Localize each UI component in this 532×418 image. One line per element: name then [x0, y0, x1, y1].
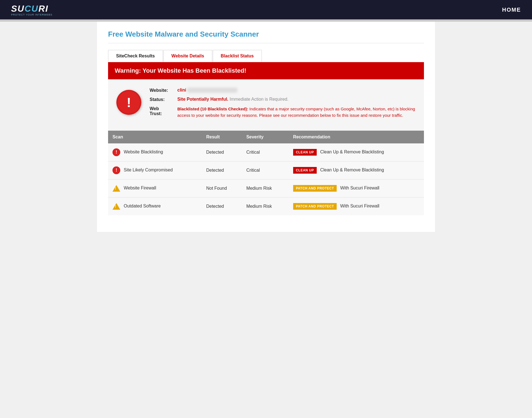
- website-value: clini: [177, 88, 237, 93]
- main-content: Free Website Malware and Security Scanne…: [97, 22, 435, 232]
- logo-cu: CU: [24, 4, 38, 14]
- severity-cell-software: Medium Risk: [242, 197, 289, 216]
- status-harmful: Site Potentially Harmful.: [177, 97, 228, 102]
- info-row-website: Website: clini: [150, 88, 416, 93]
- col-severity: Severity: [242, 131, 289, 143]
- page-title: Free Website Malware and Security Scanne…: [108, 30, 424, 43]
- status-value: Site Potentially Harmful. Immediate Acti…: [177, 97, 288, 102]
- website-label: Website:: [150, 88, 177, 93]
- warning-icon-firewall: [112, 184, 120, 192]
- scan-table-header-row: Scan Result Severity Recommendation: [108, 131, 424, 143]
- scan-table-body: ! Website Blacklisting Detected Critical…: [108, 143, 424, 215]
- rec-text-blacklisting: Clean Up & Remove Blacklisting: [320, 150, 384, 154]
- trust-blacklisted: Blacklisted (10 Blacklists Checked):: [177, 107, 248, 111]
- home-nav-link[interactable]: HOME: [502, 7, 521, 13]
- scan-name-blacklisting: Website Blacklisting: [124, 150, 163, 154]
- info-details: Website: clini Status: Site Potentially …: [150, 88, 416, 122]
- status-action: Immediate Action is Required.: [228, 97, 288, 102]
- info-row-status: Status: Site Potentially Harmful. Immedi…: [150, 97, 416, 102]
- tab-website-details[interactable]: Website Details: [163, 50, 212, 62]
- site-url: clini: [177, 88, 186, 92]
- logo-ri: RI: [39, 4, 48, 14]
- table-row: Outdated Software Detected Medium Risk P…: [108, 197, 424, 216]
- tab-sitecheck-results[interactable]: SiteCheck Results: [108, 50, 163, 62]
- rec-text-compromised: Clean Up & Remove Blacklisting: [320, 168, 384, 172]
- rec-cell-blacklisting: CLEAN UP Clean Up & Remove Blacklisting: [289, 143, 424, 161]
- logo: SUCURI: [11, 4, 52, 14]
- header: SUCURI PROTECT YOUR INTERWEBS HOME: [0, 0, 532, 19]
- scan-cell-software: Outdated Software: [108, 197, 202, 216]
- warning-banner: Warning: Your Website Has Been Blacklist…: [108, 62, 424, 79]
- result-cell-software: Detected: [202, 197, 242, 216]
- logo-su: SU: [11, 4, 24, 14]
- cleanup-button-compromised[interactable]: CLEAN UP: [293, 167, 317, 174]
- cleanup-button-blacklisting[interactable]: CLEAN UP: [293, 149, 317, 156]
- logo-area: SUCURI PROTECT YOUR INTERWEBS: [11, 4, 52, 16]
- col-scan: Scan: [108, 131, 202, 143]
- rec-cell-software: PATCH AND PROTECT With Sucuri Firewall: [289, 197, 424, 216]
- result-cell-blacklisting: Detected: [202, 143, 242, 161]
- trust-text: Blacklisted (10 Blacklists Checked): Ind…: [177, 106, 416, 118]
- tab-blacklist-status[interactable]: Blacklist Status: [213, 50, 262, 62]
- critical-icon: !: [112, 148, 120, 156]
- subheader-bar: [0, 19, 532, 22]
- alert-icon: !: [116, 90, 141, 115]
- table-row: ! Site Likely Compromised Detected Criti…: [108, 161, 424, 179]
- rec-text-firewall: With Sucuri Firewall: [340, 186, 379, 190]
- triangle-icon: [112, 203, 120, 210]
- rec-cell-firewall: PATCH AND PROTECT With Sucuri Firewall: [289, 179, 424, 197]
- scan-name-compromised: Site Likely Compromised: [124, 168, 173, 172]
- col-result: Result: [202, 131, 242, 143]
- severity-cell-firewall: Medium Risk: [242, 179, 289, 197]
- warning-banner-text: Warning: Your Website Has Been Blacklist…: [115, 67, 246, 74]
- logo-tagline: PROTECT YOUR INTERWEBS: [11, 13, 52, 16]
- result-cell-compromised: Detected: [202, 161, 242, 179]
- info-section: ! Website: clini Status: Site Potentiall…: [108, 79, 424, 131]
- table-row: ! Website Blacklisting Detected Critical…: [108, 143, 424, 161]
- scan-table-header: Scan Result Severity Recommendation: [108, 131, 424, 143]
- scan-name-firewall: Website Firewall: [124, 186, 156, 190]
- scan-cell-blacklisting: ! Website Blacklisting: [108, 143, 202, 161]
- col-recommendation: Recommendation: [289, 131, 424, 143]
- site-url-blurred: [187, 88, 237, 93]
- rec-cell-compromised: CLEAN UP Clean Up & Remove Blacklisting: [289, 161, 424, 179]
- scan-cell-firewall: Website Firewall: [108, 179, 202, 197]
- patch-button-firewall[interactable]: PATCH AND PROTECT: [293, 185, 337, 192]
- table-row: Website Firewall Not Found Medium Risk P…: [108, 179, 424, 197]
- critical-icon: !: [112, 166, 120, 174]
- scan-cell-compromised: ! Site Likely Compromised: [108, 161, 202, 179]
- patch-button-software[interactable]: PATCH AND PROTECT: [293, 203, 337, 210]
- trust-label: WebTrust:: [150, 106, 177, 116]
- status-label: Status:: [150, 97, 177, 102]
- triangle-icon: [112, 185, 120, 192]
- severity-cell-compromised: Critical: [242, 161, 289, 179]
- severity-cell-blacklisting: Critical: [242, 143, 289, 161]
- info-row-trust: WebTrust: Blacklisted (10 Blacklists Che…: [150, 106, 416, 118]
- scan-name-software: Outdated Software: [124, 204, 160, 208]
- result-cell-firewall: Not Found: [202, 179, 242, 197]
- rec-text-software: With Sucuri Firewall: [340, 204, 379, 208]
- warning-icon-software: [112, 202, 120, 210]
- tabs-container: SiteCheck Results Website Details Blackl…: [108, 50, 424, 62]
- scan-table: Scan Result Severity Recommendation ! We…: [108, 131, 424, 215]
